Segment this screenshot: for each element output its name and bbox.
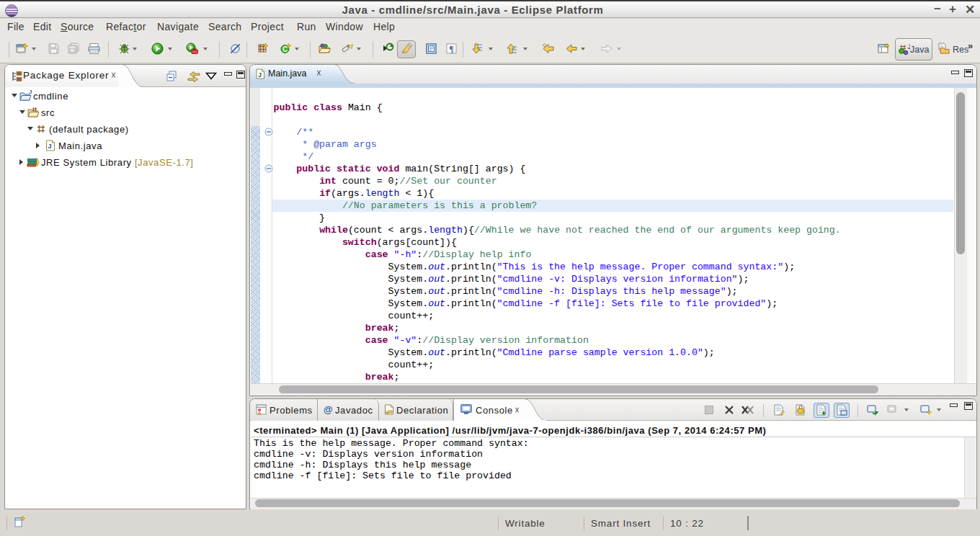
svg-text:¶: ¶ (449, 44, 453, 54)
svg-text:J: J (48, 142, 51, 150)
svg-text:C: C (282, 45, 288, 53)
svg-text:J: J (258, 71, 262, 79)
svg-text:J: J (29, 90, 32, 95)
